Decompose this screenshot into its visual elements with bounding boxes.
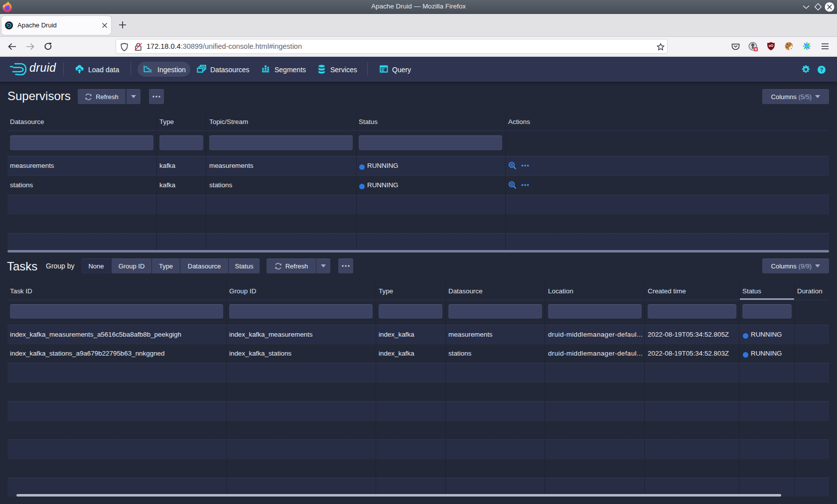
svg-text:uO: uO [769, 44, 773, 47]
svg-text:?: ? [820, 67, 824, 73]
